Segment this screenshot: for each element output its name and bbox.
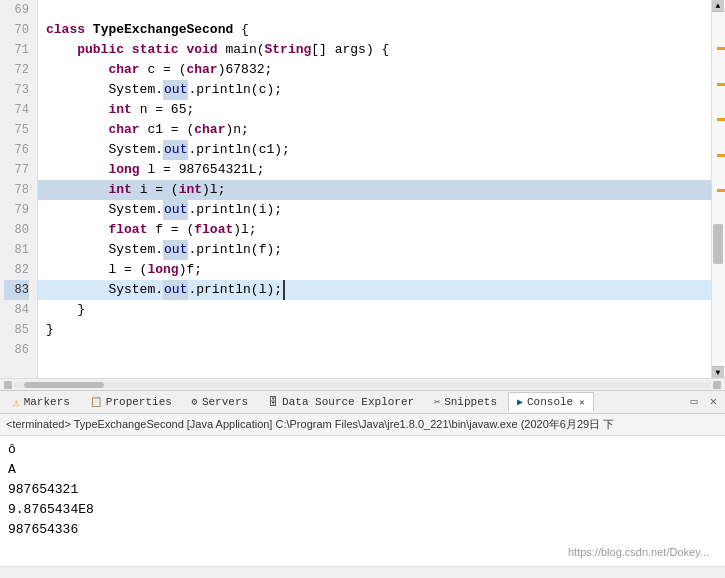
minimize-btn[interactable]: ▭ <box>687 396 702 408</box>
tab-actions: ▭ ✕ <box>687 396 721 408</box>
annotation-mark-2 <box>717 83 725 86</box>
hscroll-thumb[interactable] <box>24 382 104 388</box>
scrollbar-down-btn[interactable]: ▼ <box>712 366 724 378</box>
console-line-3: 987654321 <box>8 480 717 500</box>
hscroll-right-btn[interactable] <box>713 381 721 389</box>
code-line-83: System. out .println(l); <box>38 280 711 300</box>
snippets-icon: ✂ <box>434 396 440 408</box>
scrollbar-up-btn[interactable]: ▲ <box>712 0 724 12</box>
console-linked-icon: ✕ <box>579 397 584 408</box>
console-header: <terminated> TypeExchangeSecond [Java Ap… <box>0 414 725 436</box>
code-line-80: float f = ( float )l; <box>38 220 711 240</box>
code-line-73: System. out .println(c); <box>38 80 711 100</box>
code-line-79: System. out .println(i); <box>38 200 711 220</box>
annotation-mark-4 <box>717 154 725 157</box>
tab-datasource-label: Data Source Explorer <box>282 396 414 408</box>
tab-properties[interactable]: 📋 Properties <box>81 392 181 412</box>
code-line-70: class TypeExchangeSecond { <box>38 20 711 40</box>
code-line-85: } <box>38 320 711 340</box>
code-line-75: char c1 = ( char )n; <box>38 120 711 140</box>
code-line-86 <box>38 340 711 360</box>
annotation-mark-1 <box>717 47 725 50</box>
properties-icon: 📋 <box>90 396 102 408</box>
console-hscrollbar[interactable] <box>0 566 725 578</box>
tab-servers-label: Servers <box>202 396 248 408</box>
console-line-5: 987654336 <box>8 520 717 540</box>
scrollbar-thumb[interactable] <box>713 224 723 264</box>
editor-hscrollbar[interactable] <box>0 378 725 390</box>
code-line-71: public static void main( String [] args)… <box>38 40 711 60</box>
tab-markers-label: Markers <box>24 396 70 408</box>
console-line-2: A <box>8 460 717 480</box>
code-line-78: int i = ( int )l; <box>38 180 711 200</box>
line-numbers: 69 70 71 72 73 74 75 76 77 78 79 80 81 8… <box>0 0 38 378</box>
console-output: ô A 987654321 9.8765434E8 987654336 http… <box>0 436 725 566</box>
panel-tabs: ⚠ Markers 📋 Properties ⚙ Servers 🗄 Data … <box>0 390 725 414</box>
annotation-mark-5 <box>717 189 725 192</box>
console-icon: ▶ <box>517 396 523 408</box>
scrollbar-track[interactable] <box>712 12 725 366</box>
console-panel: <terminated> TypeExchangeSecond [Java Ap… <box>0 414 725 578</box>
tab-snippets[interactable]: ✂ Snippets <box>425 392 506 412</box>
code-line-82: l = ( long )f; <box>38 260 711 280</box>
code-line-84: } <box>38 300 711 320</box>
console-line-4: 9.8765434E8 <box>8 500 717 520</box>
code-line-77: long l = 987654321L; <box>38 160 711 180</box>
code-and-scrollbar: 69 70 71 72 73 74 75 76 77 78 79 80 81 8… <box>0 0 725 378</box>
console-header-text: <terminated> TypeExchangeSecond [Java Ap… <box>6 417 614 432</box>
tab-servers[interactable]: ⚙ Servers <box>183 392 257 412</box>
code-line-76: System. out .println(c1); <box>38 140 711 160</box>
code-line-81: System. out .println(f); <box>38 240 711 260</box>
servers-icon: ⚙ <box>192 396 198 408</box>
tab-console-label: Console <box>527 396 573 408</box>
code-line-69 <box>38 0 711 20</box>
tab-datasource[interactable]: 🗄 Data Source Explorer <box>259 392 423 412</box>
code-content[interactable]: class TypeExchangeSecond { public static… <box>38 0 711 378</box>
code-line-72: char c = ( char )67832; <box>38 60 711 80</box>
annotation-mark-3 <box>717 118 725 121</box>
tab-markers[interactable]: ⚠ Markers <box>4 392 79 412</box>
datasource-icon: 🗄 <box>268 396 278 408</box>
right-scrollbar[interactable]: ▲ ▼ <box>711 0 725 378</box>
close-panel-btn[interactable]: ✕ <box>706 396 721 408</box>
console-line-1: ô <box>8 440 717 460</box>
code-container: 69 70 71 72 73 74 75 76 77 78 79 80 81 8… <box>0 0 711 378</box>
watermark: https://blog.csdn.net/Dokey... <box>568 542 709 562</box>
hscroll-track[interactable] <box>14 382 711 388</box>
code-line-74: int n = 65; <box>38 100 711 120</box>
editor-panel: 69 70 71 72 73 74 75 76 77 78 79 80 81 8… <box>0 0 725 390</box>
hscroll-left-btn[interactable] <box>4 381 12 389</box>
markers-icon: ⚠ <box>13 396 20 409</box>
tab-console[interactable]: ▶ Console ✕ <box>508 392 594 412</box>
tab-snippets-label: Snippets <box>444 396 497 408</box>
tab-properties-label: Properties <box>106 396 172 408</box>
